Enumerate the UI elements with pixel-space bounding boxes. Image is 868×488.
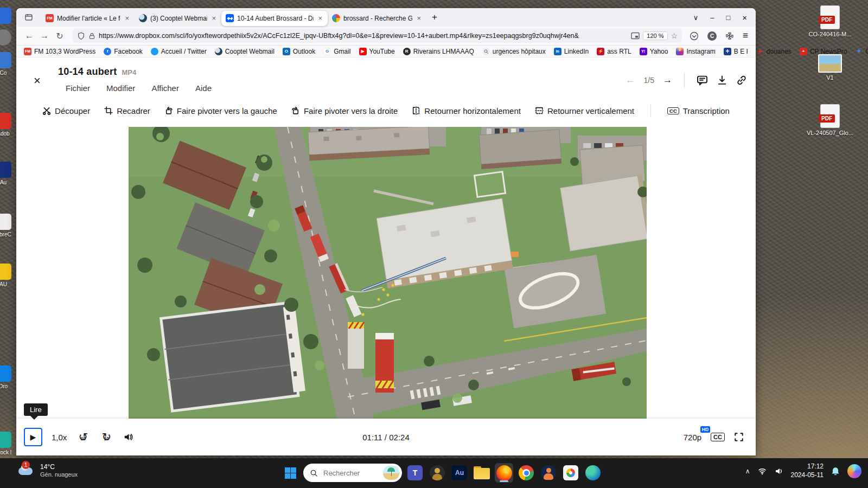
tab-dropbox-active[interactable]: 10-14 Aubert Brossard - Dropbo × xyxy=(221,11,328,26)
menu-afficher[interactable]: Afficher xyxy=(151,84,179,93)
desktop-icon-pdf-2[interactable]: PDF VL-240507_Glo... xyxy=(804,104,856,136)
playback-speed-button[interactable]: 1,0x xyxy=(52,433,67,442)
flip-vertical-button[interactable]: Retourner verticalement xyxy=(535,106,634,115)
bookmark-outlook[interactable]: OOutlook xyxy=(283,48,315,55)
back-button[interactable]: ← xyxy=(22,31,37,41)
zoom-level-indicator[interactable]: 120 % xyxy=(643,31,667,40)
tab-close-icon[interactable]: × xyxy=(317,14,323,22)
taskbar-icon-firefox[interactable] xyxy=(495,463,513,483)
bookmark-fm-wordpress[interactable]: FMFM 103,3 WordPress xyxy=(24,48,95,55)
menu-hamburger-icon[interactable]: ≡ xyxy=(743,30,748,41)
menu-aide[interactable]: Aide xyxy=(195,84,212,93)
bookmark-yahoo[interactable]: Y!Yahoo xyxy=(640,48,668,55)
bookmark-star-icon[interactable]: ☆ xyxy=(671,31,678,40)
desktop-icon-stock[interactable]: Stock l xyxy=(0,432,15,455)
maximize-button[interactable]: □ xyxy=(726,14,730,22)
taskbar-icon-chrome[interactable] xyxy=(517,463,535,483)
extensions-puzzle-icon[interactable] xyxy=(725,31,734,40)
quality-button[interactable]: 720p HD xyxy=(684,433,701,442)
bookmark-douanes[interactable]: ✦douanes xyxy=(756,48,792,55)
desktop-icon-partial[interactable] xyxy=(0,8,15,24)
taskbar-icon-browser-globe[interactable] xyxy=(584,463,602,483)
taskbar-search[interactable] xyxy=(303,464,402,482)
download-icon[interactable] xyxy=(717,75,727,86)
tab-google-search[interactable]: brossard - Recherche Google × xyxy=(328,11,426,26)
trim-button[interactable]: Découper xyxy=(42,106,90,115)
taskbar-icon-audition[interactable]: Au xyxy=(450,463,469,483)
bookmark-twitter[interactable]: Accueil / Twitter xyxy=(151,48,207,55)
bookmark-linkedin[interactable]: inLinkedIn xyxy=(554,48,589,55)
tab-cooptel-webmail[interactable]: (3) Cooptel Webmail :: Un incen × xyxy=(135,11,221,26)
bookmark-gemini[interactable]: ✦Gemini xyxy=(855,48,868,55)
bookmark-facebook[interactable]: fFacebook xyxy=(104,48,143,55)
tab-close-icon[interactable]: × xyxy=(416,14,422,22)
flip-horizontal-button[interactable]: Retourner horizontalement xyxy=(412,106,521,115)
fullscreen-icon[interactable] xyxy=(734,432,744,442)
clock[interactable]: 17:12 2024-05-11 xyxy=(791,463,824,479)
bookmark-ass-rtl[interactable]: ⚡ass RTL xyxy=(597,48,631,55)
desktop-icon-pdf-1[interactable]: PDF CO-240416-M... xyxy=(804,5,856,37)
desktop-icon-co[interactable]: Co xyxy=(0,52,15,76)
desktop-icon-image-v1[interactable]: V1 xyxy=(804,54,856,81)
new-tab-button[interactable]: + xyxy=(432,12,437,23)
comments-icon[interactable] xyxy=(697,75,708,86)
c-extension-icon[interactable]: C xyxy=(707,31,717,41)
bookmark-cooptel[interactable]: Cooptel Webmail xyxy=(215,48,275,55)
play-button[interactable]: ▶ xyxy=(24,428,42,446)
hidden-icons-chevron[interactable]: ∧ xyxy=(745,467,750,475)
weather-widget[interactable]: 1 14°C Gén. nuageux xyxy=(17,462,78,479)
tab-close-icon[interactable]: × xyxy=(210,14,217,22)
url-text[interactable]: https://www.dropbox.com/scl/fo/yoxftewor… xyxy=(99,32,628,40)
taskbar-icon-avatar-app[interactable] xyxy=(539,463,558,483)
skip-back-10-button[interactable]: ↺ 10 xyxy=(76,430,90,444)
close-preview-button[interactable]: × xyxy=(34,75,41,87)
picture-in-picture-icon[interactable] xyxy=(631,32,640,40)
list-all-tabs-button[interactable]: ∨ xyxy=(693,14,699,22)
forward-button[interactable]: → xyxy=(37,31,52,41)
bookmark-gmail[interactable]: GGmail xyxy=(323,48,350,55)
reload-button[interactable]: ↻ xyxy=(52,31,67,41)
bookmark-urgences[interactable]: urgences hôpitaux xyxy=(482,48,546,55)
rotate-right-button[interactable]: Faire pivoter vers la droite xyxy=(291,106,398,115)
bookmark-instagram[interactable]: Instagram xyxy=(676,48,715,55)
menu-modifier[interactable]: Modifier xyxy=(106,84,135,93)
skip-forward-10-button[interactable]: ↻ 10 xyxy=(99,430,113,444)
next-file-arrow[interactable]: → xyxy=(663,75,672,86)
pocket-icon[interactable] xyxy=(690,31,699,41)
close-window-button[interactable]: × xyxy=(742,13,747,22)
taskbar-icon-teams[interactable]: T xyxy=(406,463,424,483)
shield-icon[interactable] xyxy=(77,32,85,40)
desktop-icon-adobe[interactable]: Adob xyxy=(0,113,15,137)
menu-fichier[interactable]: Fichier xyxy=(66,84,90,93)
lock-icon[interactable] xyxy=(88,33,95,40)
desktop-icon-au[interactable]: Au xyxy=(0,162,15,185)
desktop-icon-partial[interactable] xyxy=(0,29,15,46)
copilot-icon[interactable] xyxy=(847,464,861,478)
copy-link-icon[interactable] xyxy=(736,75,747,86)
crop-button[interactable]: Recadrer xyxy=(104,106,150,115)
minimize-button[interactable]: – xyxy=(710,14,714,22)
wifi-icon[interactable] xyxy=(757,467,767,476)
speaker-icon[interactable] xyxy=(774,467,784,476)
desktop-icon-au2[interactable]: AU xyxy=(0,264,15,287)
transcription-button[interactable]: CC Transcription xyxy=(667,106,730,115)
taskbar-icon-explorer[interactable] xyxy=(473,463,491,483)
search-input[interactable] xyxy=(322,468,379,478)
taskbar-icon-photos[interactable] xyxy=(561,463,580,483)
captions-toggle-button[interactable]: CC xyxy=(711,433,725,441)
bookmark-riverains[interactable]: RRiverains LHMAAAQ xyxy=(403,48,474,55)
notification-bell-icon[interactable] xyxy=(831,466,840,476)
volume-icon[interactable] xyxy=(123,432,134,442)
firefox-view-icon[interactable] xyxy=(21,10,37,24)
bookmark-cp-newspro[interactable]: +CP NewsPro xyxy=(800,48,847,55)
taskbar-icon-character-app[interactable] xyxy=(428,463,446,483)
video-frame[interactable] xyxy=(129,127,647,419)
bookmark-bei[interactable]: ✛B E I xyxy=(724,48,748,55)
bookmark-youtube[interactable]: ▶YouTube xyxy=(359,48,395,55)
start-button[interactable] xyxy=(281,463,299,483)
tab-wordpress-article[interactable]: FM Modifier l'article « Le feu jette à × xyxy=(41,11,135,26)
previous-file-arrow[interactable]: ← xyxy=(626,75,635,86)
rotate-left-button[interactable]: Faire pivoter vers la gauche xyxy=(164,106,277,115)
desktop-icon-libreoffice[interactable]: LibreC xyxy=(0,214,15,237)
desktop-icon-dropbox[interactable]: Dro xyxy=(0,365,15,389)
